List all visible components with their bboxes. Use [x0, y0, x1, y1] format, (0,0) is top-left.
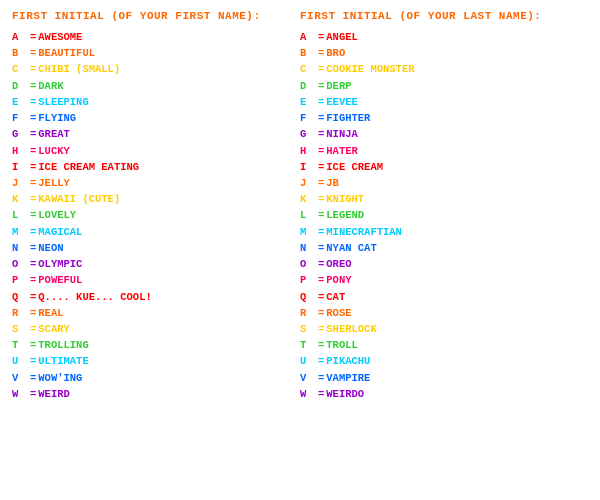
list-item: J=Jelly: [12, 176, 300, 191]
letter-label: P: [300, 273, 318, 288]
letter-label: R: [300, 306, 318, 321]
letter-label: V: [12, 371, 30, 386]
equals-sign: =: [30, 273, 36, 288]
item-value: Hater: [326, 144, 358, 159]
list-item: C=Chibi (small): [12, 62, 300, 77]
letter-label: P: [12, 273, 30, 288]
list-item: U=Pikachu: [300, 354, 588, 369]
item-value: Olympic: [38, 257, 82, 272]
equals-sign: =: [318, 30, 324, 45]
equals-sign: =: [318, 95, 324, 110]
letter-label: F: [300, 111, 318, 126]
letter-label: V: [300, 371, 318, 386]
item-value: Chibi (small): [38, 62, 120, 77]
list-item: O=Olympic: [12, 257, 300, 272]
item-value: Cat: [326, 290, 345, 305]
equals-sign: =: [318, 46, 324, 61]
list-item: F=Fighter: [300, 111, 588, 126]
letter-label: A: [12, 30, 30, 45]
item-value: Kawaii (cute): [38, 192, 120, 207]
equals-sign: =: [30, 127, 36, 142]
letter-label: T: [12, 338, 30, 353]
letter-label: Q: [300, 290, 318, 305]
equals-sign: =: [30, 257, 36, 272]
equals-sign: =: [318, 111, 324, 126]
headers: First Initial (of your first name): Firs…: [12, 10, 588, 22]
item-value: Eevee: [326, 95, 358, 110]
equals-sign: =: [318, 176, 324, 191]
equals-sign: =: [30, 387, 36, 402]
letter-label: H: [12, 144, 30, 159]
list-item: B=Bro: [300, 46, 588, 61]
letter-label: F: [12, 111, 30, 126]
letter-label: T: [300, 338, 318, 353]
main-container: First Initial (of your first name): Firs…: [0, 0, 600, 500]
equals-sign: =: [318, 79, 324, 94]
item-value: Real: [38, 306, 63, 321]
list-item: A=Awesome: [12, 30, 300, 45]
list-item: T=Troll: [300, 338, 588, 353]
list-item: Q=Cat: [300, 290, 588, 305]
letter-label: J: [12, 176, 30, 191]
list-item: I=Ice Cream: [300, 160, 588, 175]
equals-sign: =: [318, 322, 324, 337]
equals-sign: =: [30, 30, 36, 45]
letter-label: M: [300, 225, 318, 240]
item-value: JB: [326, 176, 339, 191]
equals-sign: =: [318, 192, 324, 207]
letter-label: C: [12, 62, 30, 77]
item-value: Vampire: [326, 371, 370, 386]
item-value: Ice Cream: [326, 160, 383, 175]
equals-sign: =: [30, 371, 36, 386]
right-column: A=AngelB=BroC=Cookie MonsterD=DerpE=Eeve…: [300, 30, 588, 490]
letter-label: H: [300, 144, 318, 159]
equals-sign: =: [318, 208, 324, 223]
list-item: S=Sherlock: [300, 322, 588, 337]
item-value: Minecraftian: [326, 225, 402, 240]
item-value: Trolling: [38, 338, 88, 353]
item-value: Poweful: [38, 273, 82, 288]
letter-label: D: [12, 79, 30, 94]
list-item: V=Vampire: [300, 371, 588, 386]
list-item: P=Pony: [300, 273, 588, 288]
list-item: R=Rose: [300, 306, 588, 321]
list-item: O=Oreo: [300, 257, 588, 272]
equals-sign: =: [30, 95, 36, 110]
equals-sign: =: [30, 160, 36, 175]
equals-sign: =: [30, 225, 36, 240]
letter-label: G: [300, 127, 318, 142]
list-item: J=JB: [300, 176, 588, 191]
list-item: Q=Q.... Kue... Cool!: [12, 290, 300, 305]
letter-label: I: [12, 160, 30, 175]
item-value: Lucky: [38, 144, 70, 159]
item-value: Weirdo: [326, 387, 364, 402]
list-item: B=Beautiful: [12, 46, 300, 61]
equals-sign: =: [30, 354, 36, 369]
letter-label: C: [300, 62, 318, 77]
letter-label: L: [300, 208, 318, 223]
list-item: D=Dark: [12, 79, 300, 94]
equals-sign: =: [30, 144, 36, 159]
letter-label: G: [12, 127, 30, 142]
equals-sign: =: [318, 273, 324, 288]
item-value: Weird: [38, 387, 70, 402]
list-item: U=Ultimate: [12, 354, 300, 369]
item-value: Oreo: [326, 257, 351, 272]
letter-label: U: [12, 354, 30, 369]
letter-label: D: [300, 79, 318, 94]
equals-sign: =: [30, 111, 36, 126]
letter-label: R: [12, 306, 30, 321]
equals-sign: =: [30, 79, 36, 94]
item-value: Knight: [326, 192, 364, 207]
letter-label: N: [12, 241, 30, 256]
header-last-name: First Initial (of your last name):: [300, 10, 588, 22]
item-value: Rose: [326, 306, 351, 321]
list-item: W=Weirdo: [300, 387, 588, 402]
list-item: N=Neon: [12, 241, 300, 256]
equals-sign: =: [30, 241, 36, 256]
item-value: Dark: [38, 79, 63, 94]
item-value: Cookie Monster: [326, 62, 414, 77]
item-value: Beautiful: [38, 46, 95, 61]
equals-sign: =: [318, 127, 324, 142]
letter-label: A: [300, 30, 318, 45]
